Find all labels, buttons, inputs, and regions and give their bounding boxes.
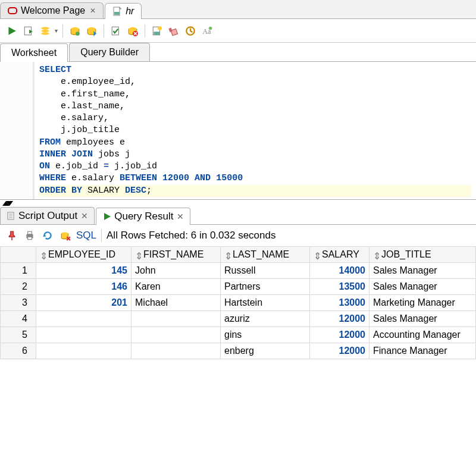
col-header-job-title[interactable]: ⇕JOB_TITLE — [369, 246, 476, 262]
col-header-salary[interactable]: ⇕SALARY — [310, 246, 369, 262]
cell-salary[interactable]: 13500 — [310, 278, 369, 294]
result-grid[interactable]: ⇕EMPLOYEE_ID ⇕FIRST_NAME ⇕LAST_NAME ⇕SAL… — [0, 246, 476, 359]
separator — [62, 24, 63, 37]
clear-icon[interactable] — [167, 24, 181, 38]
commit-icon[interactable] — [84, 24, 99, 38]
file-tab-label: hr — [126, 6, 134, 17]
cell-last-name[interactable]: Hartstein — [221, 294, 310, 310]
table-row[interactable]: 4azuriz12000Sales Manager — [1, 310, 476, 327]
sql-icon[interactable] — [150, 24, 164, 38]
result-grid-wrapper: ⇕EMPLOYEE_ID ⇕FIRST_NAME ⇕LAST_NAME ⇕SAL… — [0, 246, 476, 359]
col-header-employee-id[interactable]: ⇕EMPLOYEE_ID — [36, 246, 131, 262]
tab-query-result[interactable]: Query Result ✕ — [96, 208, 190, 225]
cell-job-title[interactable]: Accounting Manager — [369, 327, 476, 343]
cell-job-title[interactable]: Sales Manager — [369, 310, 476, 327]
svg-point-11 — [76, 32, 80, 36]
cell-employee-id[interactable] — [36, 327, 131, 343]
tab-script-output[interactable]: Script Output ✕ — [0, 207, 95, 224]
tab-query-builder[interactable]: Query Builder — [69, 43, 150, 61]
cell-employee-id[interactable] — [36, 310, 131, 327]
table-row[interactable]: 2146KarenPartners13500Sales Manager — [1, 278, 476, 294]
run-script-icon[interactable] — [21, 24, 36, 38]
sql-link[interactable]: SQL — [76, 230, 96, 241]
rollback-checkmark-icon[interactable] — [109, 24, 123, 38]
tab-label: Worksheet — [11, 48, 57, 58]
cell-salary[interactable]: 12000 — [310, 343, 369, 359]
print-icon[interactable] — [23, 228, 37, 243]
close-icon[interactable]: ✕ — [177, 212, 184, 221]
format-icon[interactable]: Aa — [200, 24, 214, 38]
editor-content[interactable]: SELECT e.employee_id, e.first_name, e.la… — [35, 62, 476, 199]
cell-job-title[interactable]: Marketing Manager — [369, 294, 476, 310]
cell-salary[interactable]: 14000 — [310, 262, 369, 278]
table-row[interactable]: 1145JohnRussell14000Sales Manager — [1, 262, 476, 278]
svg-marker-35 — [43, 234, 46, 237]
split-handle[interactable] — [0, 200, 476, 207]
file-tab-hr[interactable]: hr — [105, 3, 142, 19]
table-row[interactable]: 5gins12000Accounting Manager — [1, 327, 476, 343]
col-header-last-name[interactable]: ⇕LAST_NAME — [221, 246, 310, 262]
cell-first-name[interactable]: John — [131, 262, 221, 278]
cell-employee-id[interactable]: 145 — [36, 262, 131, 278]
sort-icon: ⇕ — [373, 250, 380, 260]
cell-first-name[interactable]: Michael — [131, 294, 221, 310]
file-tab-welcome[interactable]: Welcome Page ✕ — [0, 2, 104, 18]
table-row[interactable]: 6enberg12000Finance Manager — [1, 343, 476, 359]
delete-db-icon[interactable] — [58, 228, 73, 243]
sort-icon: ⇕ — [40, 250, 47, 260]
history-icon[interactable] — [183, 24, 198, 38]
cell-last-name[interactable]: gins — [221, 327, 310, 343]
sql-editor[interactable]: SELECT e.employee_id, e.first_name, e.la… — [0, 62, 476, 200]
sql-file-icon — [112, 7, 122, 16]
run-icon[interactable] — [5, 24, 19, 38]
cell-employee-id[interactable]: 201 — [36, 294, 131, 310]
cell-first-name[interactable] — [131, 310, 221, 327]
close-icon[interactable]: ✕ — [81, 211, 88, 221]
cell-salary[interactable]: 12000 — [310, 327, 369, 343]
cell-employee-id[interactable] — [36, 343, 131, 359]
cell-last-name[interactable]: Russell — [221, 262, 310, 278]
refresh-icon[interactable] — [40, 228, 55, 243]
svg-point-8 — [41, 29, 49, 32]
svg-point-19 — [158, 26, 162, 30]
svg-marker-2 — [120, 7, 121, 9]
row-number: 5 — [1, 327, 36, 343]
cell-job-title[interactable]: Sales Manager — [369, 278, 476, 294]
table-row[interactable]: 3201MichaelHartstein13000Marketing Manag… — [1, 294, 476, 310]
cell-first-name[interactable] — [131, 327, 221, 343]
tab-worksheet[interactable]: Worksheet — [0, 43, 68, 62]
separator — [104, 24, 104, 37]
svg-point-9 — [41, 32, 49, 35]
cell-last-name[interactable]: azuriz — [221, 310, 310, 327]
cell-job-title[interactable]: Finance Manager — [369, 343, 476, 359]
col-header-first-name[interactable]: ⇕FIRST_NAME — [131, 246, 221, 262]
cell-salary[interactable]: 13000 — [310, 294, 369, 310]
cell-first-name[interactable] — [131, 343, 221, 359]
svg-rect-34 — [28, 237, 32, 240]
svg-rect-14 — [112, 27, 118, 35]
row-number: 1 — [1, 262, 36, 278]
separator — [145, 24, 145, 37]
svg-point-7 — [41, 27, 49, 30]
explain-plan-icon[interactable] — [38, 24, 52, 38]
svg-rect-33 — [28, 231, 32, 234]
cell-last-name[interactable]: Partners — [221, 278, 310, 294]
tab-label: Query Result — [114, 211, 173, 222]
row-number: 6 — [1, 343, 36, 359]
editor-gutter — [0, 62, 35, 199]
cell-first-name[interactable]: Karen — [131, 278, 221, 294]
cell-employee-id[interactable]: 146 — [36, 278, 131, 294]
cell-job-title[interactable]: Sales Manager — [369, 262, 476, 278]
row-number: 2 — [1, 278, 36, 294]
separator — [101, 229, 102, 242]
script-output-icon — [7, 211, 16, 221]
autotrace-icon[interactable] — [68, 24, 82, 38]
cell-last-name[interactable]: enberg — [221, 343, 310, 359]
pin-icon[interactable] — [5, 228, 19, 243]
close-icon[interactable]: ✕ — [90, 7, 96, 15]
cell-salary[interactable]: 12000 — [310, 310, 369, 327]
status-text: All Rows Fetched: 6 in 0.032 seconds — [107, 230, 275, 241]
svg-point-24 — [209, 26, 212, 30]
sort-icon: ⇕ — [314, 250, 321, 260]
cancel-db-icon[interactable] — [126, 24, 140, 38]
